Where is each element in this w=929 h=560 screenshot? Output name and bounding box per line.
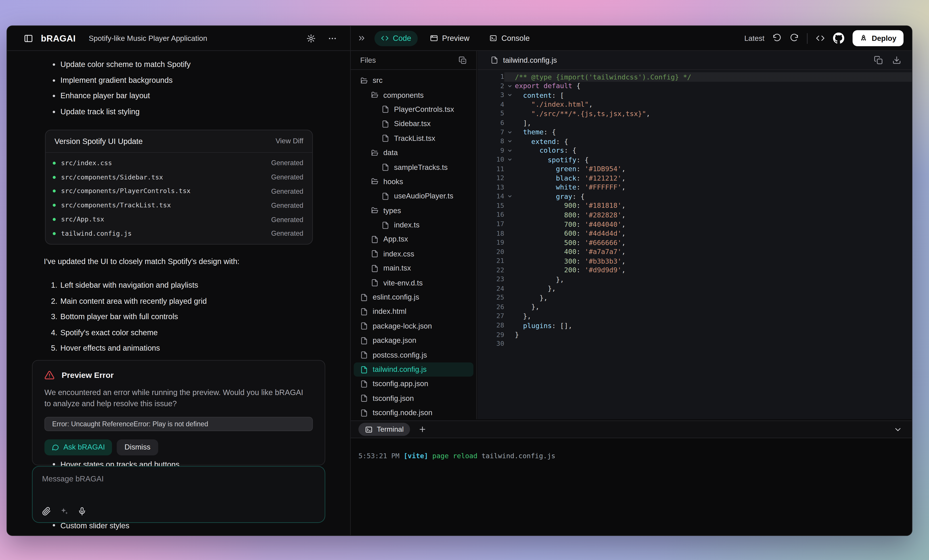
code-area[interactable]: 1/** @type {import('tailwindcss').Config… xyxy=(477,70,912,419)
chevrons-right-icon[interactable] xyxy=(357,34,366,43)
code-text: 500: '#666666', xyxy=(515,239,912,246)
ask-bragai-button[interactable]: Ask bRAGAI xyxy=(44,439,112,455)
version-file-row[interactable]: src/components/Sidebar.tsxGenerated xyxy=(53,170,303,184)
tree-item-types[interactable]: types xyxy=(351,203,476,218)
terminal-tab[interactable]: Terminal xyxy=(359,423,410,436)
chat-bullet: Implement gradient backgrounds xyxy=(53,76,350,84)
tree-item-tsconfig.app.json[interactable]: tsconfig.app.json xyxy=(351,377,476,391)
paperclip-icon[interactable] xyxy=(42,507,51,516)
tree-item-index.ts[interactable]: index.ts xyxy=(351,218,476,233)
plus-icon[interactable] xyxy=(419,425,427,433)
download-icon[interactable] xyxy=(892,55,901,64)
tree-item-Sidebar.tsx[interactable]: Sidebar.tsx xyxy=(351,117,476,131)
file-icon xyxy=(382,120,389,128)
tree-item-package.json[interactable]: package.json xyxy=(351,334,476,348)
mic-icon[interactable] xyxy=(78,507,87,516)
dismiss-button[interactable]: Dismiss xyxy=(117,439,158,455)
gear-icon[interactable] xyxy=(307,34,316,43)
version-file-row[interactable]: src/components/PlayerControls.tsxGenerat… xyxy=(53,184,303,198)
version-file-row[interactable]: src/index.cssGenerated xyxy=(53,156,303,170)
bullet-text: Update color scheme to match Spotify xyxy=(61,60,191,69)
version-file-row[interactable]: src/App.tsxGenerated xyxy=(53,213,303,226)
summary-text: Bottom player bar with full controls xyxy=(60,312,178,321)
bullet-text: Update track list styling xyxy=(61,107,140,116)
tree-item-src[interactable]: src xyxy=(351,73,476,88)
version-file-row[interactable]: src/components/TrackList.tsxGenerated xyxy=(53,198,303,212)
tree-item-TrackList.tsx[interactable]: TrackList.tsx xyxy=(351,131,476,146)
fold-chevron-icon[interactable] xyxy=(504,148,515,153)
message-input[interactable] xyxy=(32,467,325,501)
sparkles-icon[interactable] xyxy=(60,507,69,516)
tree-item-sampleTracks.ts[interactable]: sampleTracks.ts xyxy=(351,160,476,174)
line-number: 10 xyxy=(477,156,504,164)
tree-item-eslint.config.js[interactable]: eslint.config.js xyxy=(351,290,476,304)
generated-dot xyxy=(53,190,55,193)
code-line: 16 800: '#282828', xyxy=(477,210,912,219)
tree-item-PlayerControls.tsx[interactable]: PlayerControls.tsx xyxy=(351,102,476,117)
code-token: spotify xyxy=(547,156,576,164)
ellipsis-icon[interactable] xyxy=(328,34,337,43)
github-icon[interactable] xyxy=(833,32,845,44)
error-card-body: We encountered an error while running th… xyxy=(44,387,308,410)
tree-item-package-lock.json[interactable]: package-lock.json xyxy=(351,319,476,334)
tree-item-postcss.config.js[interactable]: postcss.config.js xyxy=(351,348,476,362)
code-text: content: [ xyxy=(515,91,912,99)
view-diff-button[interactable]: View Diff xyxy=(276,137,303,145)
chat-scroll-area[interactable]: Update color scheme to match SpotifyImpl… xyxy=(7,51,350,535)
code-token: /** @type {import('tailwindcss').Config}… xyxy=(515,73,691,81)
code-token: gray xyxy=(556,193,572,200)
file-icon xyxy=(360,294,368,301)
line-number: 6 xyxy=(477,119,504,127)
fold-chevron-icon[interactable] xyxy=(504,130,515,135)
tree-item-data[interactable]: data xyxy=(351,146,476,160)
fold-chevron-icon[interactable] xyxy=(504,157,515,162)
fold-chevron-icon[interactable] xyxy=(504,93,515,98)
tree-item-vite-env.d.ts[interactable]: vite-env.d.ts xyxy=(351,275,476,290)
code-line: 9 colors: { xyxy=(477,146,912,155)
tree-item-App.tsx[interactable]: App.tsx xyxy=(351,233,476,247)
copy-icon[interactable] xyxy=(874,55,883,64)
code-token: : xyxy=(576,211,585,219)
tree-item-tsconfig.json[interactable]: tsconfig.json xyxy=(351,391,476,406)
file-icon xyxy=(360,337,368,344)
code-token: }, xyxy=(515,275,564,283)
code-token: : { xyxy=(572,193,585,200)
terminal-output[interactable]: 5:53:21 PM [vite] page reload tailwind.c… xyxy=(351,439,912,535)
fold-chevron-icon[interactable] xyxy=(504,84,515,89)
code-token xyxy=(515,193,556,200)
tab-preview[interactable]: Preview xyxy=(424,31,476,46)
code-text: 800: '#282828', xyxy=(515,211,912,219)
rocket-icon xyxy=(860,34,868,42)
status-badge: Generated xyxy=(271,202,303,209)
generated-dot xyxy=(53,218,55,221)
version-selector[interactable]: Latest xyxy=(744,34,764,43)
code-token: : { xyxy=(556,137,568,145)
panel-left-icon[interactable] xyxy=(24,34,33,43)
tree-item-index.css[interactable]: index.css xyxy=(351,246,476,261)
line-number: 22 xyxy=(477,266,504,274)
tree-item-hooks[interactable]: hooks xyxy=(351,174,476,189)
code-token xyxy=(515,165,556,173)
tree-item-components[interactable]: components xyxy=(351,88,476,103)
tree-item-useAudioPlayer.ts[interactable]: useAudioPlayer.ts xyxy=(351,189,476,203)
tree-item-main.tsx[interactable]: main.tsx xyxy=(351,261,476,275)
code-token: , xyxy=(646,110,650,118)
line-number: 18 xyxy=(477,230,504,237)
code-toggle-icon[interactable] xyxy=(816,34,825,43)
tab-console[interactable]: Console xyxy=(483,31,536,46)
tab-code[interactable]: Code xyxy=(374,31,418,46)
redo-icon[interactable] xyxy=(790,34,799,43)
chevron-down-icon[interactable] xyxy=(894,425,903,434)
undo-icon[interactable] xyxy=(773,34,782,43)
fold-chevron-icon[interactable] xyxy=(504,194,515,199)
collapse-files-icon[interactable] xyxy=(458,56,467,64)
code-token: white xyxy=(556,183,576,191)
code-token: '#1DB954' xyxy=(585,165,621,173)
tree-item-index.html[interactable]: index.html xyxy=(351,304,476,319)
tree-item-tailwind.config.js[interactable]: tailwind.config.js xyxy=(354,362,474,377)
fold-chevron-icon[interactable] xyxy=(504,139,515,144)
tree-item-tsconfig.node.json[interactable]: tsconfig.node.json xyxy=(351,405,476,420)
version-file-row[interactable]: tailwind.config.jsGenerated xyxy=(53,226,303,240)
tree-item-label: package.json xyxy=(373,337,416,345)
deploy-button[interactable]: Deploy xyxy=(853,30,903,46)
